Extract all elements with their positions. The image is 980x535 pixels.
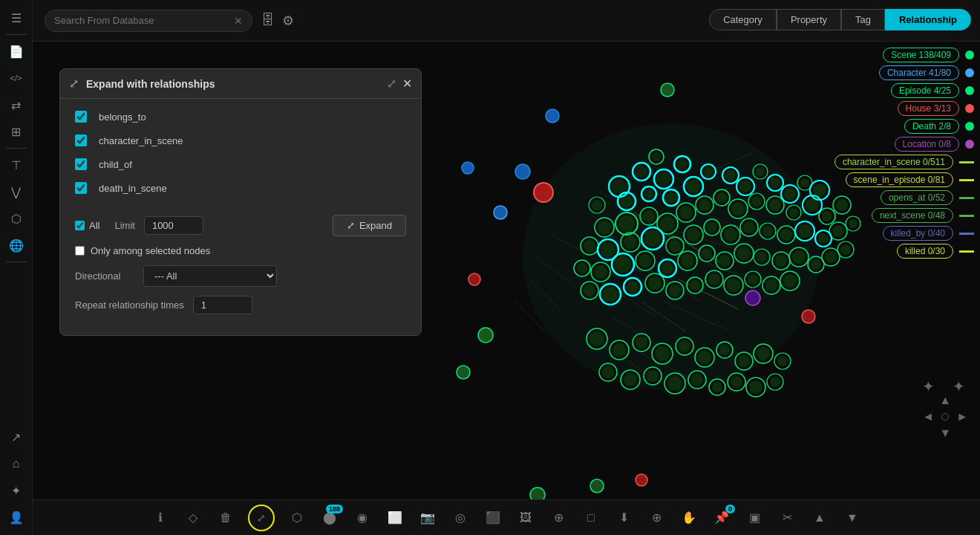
delete-toolbar-icon[interactable]: 🗑 xyxy=(215,508,236,528)
svg-point-35 xyxy=(652,152,661,161)
belongs-to-checkbox[interactable] xyxy=(75,111,87,123)
killed-line xyxy=(959,250,974,253)
image-toolbar-icon[interactable]: 🖼 xyxy=(515,508,536,528)
cut-toolbar-icon[interactable]: ✂ xyxy=(777,508,797,528)
svg-point-201 xyxy=(691,374,703,386)
location-badge[interactable]: Location 0/8 xyxy=(895,137,959,152)
directional-label: Directional xyxy=(75,270,134,282)
filter-icon[interactable]: ⋁ xyxy=(4,180,28,204)
legend-scene-in-episode-edge: scene_in_episode 0/81 xyxy=(834,172,974,187)
nav-center-dot xyxy=(941,413,949,421)
target-toolbar-icon[interactable]: ◎ xyxy=(450,508,471,528)
settings-icon[interactable]: ✦ xyxy=(4,479,28,502)
database-icon[interactable]: 🗄 xyxy=(261,13,275,28)
search-input[interactable] xyxy=(54,15,228,26)
globe-icon[interactable]: 🌐 xyxy=(4,233,28,257)
tag-toolbar-icon[interactable]: ◇ xyxy=(183,508,203,528)
svg-point-113 xyxy=(798,224,811,238)
directional-row: Directional --- All Outgoing Incoming xyxy=(75,265,406,287)
killed-by-edge-badge[interactable]: killed_by 0/40 xyxy=(883,226,953,241)
char-in-scene-edge-badge[interactable]: character_in_scene 0/511 xyxy=(834,155,953,169)
grid-icon[interactable]: ⊞ xyxy=(4,120,28,143)
legend-opens-at-edge: opens_at 0/52 xyxy=(834,190,974,205)
camera-toolbar-icon[interactable]: 📷 xyxy=(417,508,438,528)
user-icon[interactable]: 👤 xyxy=(4,505,28,529)
node-icon[interactable]: ⬡ xyxy=(4,207,28,230)
maximize-icon[interactable]: ⤢ xyxy=(387,77,396,91)
limit-input[interactable] xyxy=(144,216,203,235)
mask-toolbar-icon[interactable]: ⬤ 188 xyxy=(319,508,340,528)
divider-3 xyxy=(6,262,27,262)
transfer-icon[interactable]: ⇄ xyxy=(4,93,28,117)
expand-toolbar-icon[interactable]: ⤢ xyxy=(248,505,275,531)
code-icon[interactable]: </> xyxy=(4,66,28,90)
home-icon[interactable]: ⌂ xyxy=(4,452,28,476)
svg-point-0 xyxy=(523,123,820,391)
panel-toolbar-icon[interactable]: ▣ xyxy=(744,508,765,528)
hide-toolbar-icon[interactable]: ◉ xyxy=(352,508,373,528)
svg-point-205 xyxy=(731,376,742,388)
tab-property[interactable]: Property xyxy=(777,9,841,30)
svg-point-195 xyxy=(624,373,637,386)
scene-badge[interactable]: Scene 138/409 xyxy=(883,48,959,62)
nav-left[interactable]: ◄ xyxy=(922,410,934,424)
move-icon-1[interactable]: ✦ xyxy=(922,377,935,395)
tab-group: Category Property Tag Relationship xyxy=(709,9,971,30)
search-box[interactable]: ✕ xyxy=(45,10,252,32)
move-icon-2[interactable]: ✦ xyxy=(953,377,965,395)
only-selected-checkbox[interactable] xyxy=(75,246,85,256)
search-clear-icon[interactable]: ✕ xyxy=(234,15,243,27)
export-icon[interactable]: ↗ xyxy=(4,425,28,449)
killed-edge-badge[interactable]: killed 0/30 xyxy=(897,244,953,259)
download-toolbar-icon[interactable]: ▼ xyxy=(842,508,863,528)
hand-toolbar-icon[interactable]: ✋ xyxy=(679,508,699,528)
info-toolbar-icon[interactable]: ℹ xyxy=(150,508,171,528)
nav-up[interactable]: ▲ xyxy=(939,394,951,407)
zoom-toolbar-icon[interactable]: ⊕ xyxy=(646,508,667,528)
svg-point-139 xyxy=(757,252,767,262)
nav-down[interactable]: ▼ xyxy=(939,427,951,440)
directional-select[interactable]: --- All Outgoing Incoming xyxy=(143,265,277,287)
svg-point-183 xyxy=(698,351,711,364)
character-badge[interactable]: Character 41/80 xyxy=(879,65,959,80)
connect-toolbar-icon[interactable]: ⬡ xyxy=(287,508,307,528)
frame-toolbar-icon[interactable]: ⬛ xyxy=(483,508,503,528)
select-toolbar-icon[interactable]: ⬜ xyxy=(385,508,405,528)
upload-toolbar-icon[interactable]: ▲ xyxy=(809,508,830,528)
opens-at-edge-badge[interactable]: opens_at 0/52 xyxy=(881,190,953,205)
child-of-checkbox[interactable] xyxy=(75,158,87,170)
repeat-input[interactable] xyxy=(193,296,252,314)
svg-point-129 xyxy=(662,262,673,274)
document-icon[interactable]: 📄 xyxy=(4,39,28,63)
death-in-scene-checkbox[interactable] xyxy=(75,182,87,194)
next-scene-edge-badge[interactable]: next_scene 0/48 xyxy=(872,208,953,223)
pin-toolbar-icon[interactable]: 📌 0 xyxy=(711,508,732,528)
import-toolbar-icon[interactable]: ⬇ xyxy=(613,508,634,528)
only-selected-row: Only among selected nodes xyxy=(75,245,406,256)
close-icon[interactable]: ✕ xyxy=(402,77,412,91)
death-badge[interactable]: Death 2/8 xyxy=(904,119,959,134)
expand-button[interactable]: ⤢ Expand xyxy=(333,215,406,236)
gear-icon[interactable]: ⚙ xyxy=(282,13,294,29)
episode-badge[interactable]: Episode 4/25 xyxy=(891,83,959,98)
limit-label: Limit xyxy=(114,220,134,231)
expand-icon-small: ⤢ xyxy=(69,77,79,91)
expand-btn-icon: ⤢ xyxy=(347,220,355,231)
all-checkbox[interactable] xyxy=(75,221,85,230)
nav-right[interactable]: ► xyxy=(956,410,968,424)
svg-point-191 xyxy=(777,356,788,366)
menu-icon[interactable]: ☰ xyxy=(4,6,28,30)
hierarchy-icon[interactable]: ⊤ xyxy=(4,153,28,177)
scene-in-episode-edge-badge[interactable]: scene_in_episode 0/81 xyxy=(846,172,953,187)
panel-header: ⤢ Expand with relationships ⤢ ✕ xyxy=(60,69,421,99)
character-in-scene-checkbox[interactable] xyxy=(75,134,87,146)
box-toolbar-icon[interactable]: □ xyxy=(581,508,601,528)
relationship-list: belongs_to character_in_scene child_of d… xyxy=(60,99,421,206)
tab-tag[interactable]: Tag xyxy=(841,9,885,30)
svg-point-71 xyxy=(679,206,693,219)
svg-point-79 xyxy=(751,196,762,207)
house-badge[interactable]: House 3/13 xyxy=(898,101,959,116)
tab-relationship[interactable]: Relationship xyxy=(885,9,971,30)
tab-category[interactable]: Category xyxy=(709,9,777,30)
split-toolbar-icon[interactable]: ⊕ xyxy=(548,508,569,528)
